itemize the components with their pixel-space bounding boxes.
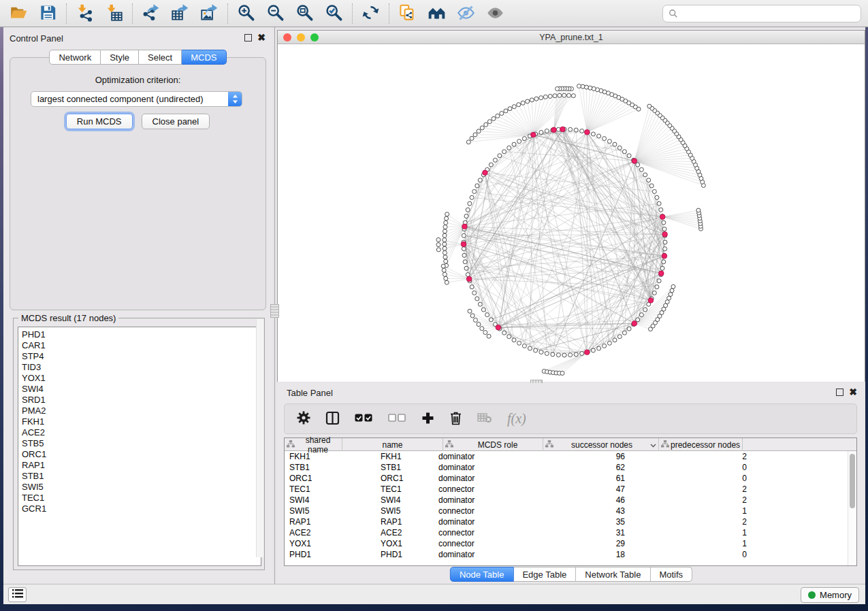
search-icon — [669, 9, 678, 18]
zoom-selected-icon — [325, 3, 343, 24]
zoom-fit-button[interactable] — [290, 2, 319, 25]
floppy-disk-icon — [39, 3, 57, 24]
run-mcds-button[interactable]: Run MCDS — [66, 114, 133, 129]
control-panel-tab[interactable]: MCDS — [182, 50, 226, 65]
folder-icon — [10, 3, 28, 24]
sort-chevron-icon[interactable] — [650, 440, 656, 450]
mcds-result-item[interactable]: TID3 — [22, 362, 261, 373]
table-row[interactable]: STB1 STB1 dominator 62 0 — [285, 462, 847, 473]
delete-column-button[interactable] — [449, 411, 462, 427]
copy-network-button[interactable] — [393, 2, 422, 25]
select-all-checkboxes-button[interactable] — [355, 413, 373, 425]
column-header[interactable]: shared name — [285, 438, 342, 451]
checked-checkboxes-icon — [355, 413, 373, 425]
table-row[interactable]: PHD1 PHD1 dominator 18 0 — [285, 549, 847, 560]
control-panel-tab[interactable]: Style — [101, 50, 139, 65]
table-type-tab[interactable]: Node Table — [450, 567, 514, 582]
column-header[interactable]: MCDS role — [443, 438, 543, 451]
zoom-in-button[interactable] — [231, 2, 261, 25]
memory-label: Memory — [820, 590, 852, 600]
table-scrollbar[interactable] — [848, 451, 856, 565]
table-body: FKH1 FKH1 dominator 96 2 STB1 STB1 domin… — [285, 451, 847, 560]
table-row[interactable]: YOX1 YOX1 connector 29 1 — [285, 538, 847, 549]
mcds-result-item[interactable]: SRD1 — [22, 395, 261, 406]
float-panel-icon[interactable] — [836, 389, 843, 396]
scrollbar-thumb[interactable] — [850, 454, 855, 508]
mcds-result-item[interactable]: TEC1 — [22, 493, 261, 503]
mcds-result-item[interactable]: GCR1 — [22, 503, 261, 514]
search-box — [662, 5, 861, 22]
refresh-button[interactable] — [356, 2, 385, 25]
mcds-list-scrollbar[interactable] — [256, 319, 263, 557]
mcds-result-item[interactable]: STB1 — [22, 471, 261, 482]
unchecked-checkboxes-icon — [388, 413, 406, 425]
export-table-button[interactable] — [165, 2, 195, 25]
table-row[interactable]: ACE2 ACE2 connector 31 1 — [285, 527, 847, 538]
column-header[interactable]: name — [342, 438, 443, 451]
show-all-button[interactable] — [481, 2, 510, 25]
toolbar-separator — [389, 3, 389, 24]
mcds-result-item[interactable]: PHD1 — [22, 329, 261, 340]
task-history-button[interactable] — [8, 587, 27, 602]
vertical-splitter-handle[interactable] — [270, 304, 279, 318]
mcds-result-item[interactable]: PMA2 — [22, 406, 261, 416]
network-canvas[interactable] — [278, 44, 865, 382]
open-file-button[interactable] — [4, 2, 33, 25]
mcds-result-item[interactable]: RAP1 — [22, 460, 261, 471]
table-type-tab[interactable]: Motifs — [650, 567, 692, 582]
table-row[interactable]: SWI5 SWI5 connector 43 1 — [285, 506, 847, 516]
show-column-button[interactable] — [325, 411, 340, 427]
mcds-result-item[interactable]: SWI4 — [22, 384, 261, 395]
search-input[interactable] — [682, 9, 855, 19]
control-panel-title: Control Panel — [10, 33, 63, 44]
table-toolbar: f(x) — [284, 403, 857, 434]
dropdown-stepper-icon — [228, 92, 242, 106]
table-row[interactable]: ORC1 ORC1 dominator 61 0 — [285, 473, 847, 484]
close-panel-button[interactable]: Close panel — [142, 114, 210, 129]
first-neighbors-button[interactable] — [422, 2, 451, 25]
import-network-button[interactable] — [70, 2, 99, 25]
hide-selected-button[interactable] — [451, 2, 481, 25]
table-panel: Table Panel ✖ — [277, 383, 865, 584]
save-session-button[interactable] — [33, 2, 63, 25]
attribute-icon — [287, 440, 295, 450]
mcds-result-item[interactable]: STP4 — [22, 351, 261, 362]
mcds-result-list: PHD1CAR1STP4TID3YOX1SWI4SRD1PMA2FKH1ACE2… — [18, 327, 261, 566]
mcds-result-item[interactable]: YOX1 — [22, 373, 261, 384]
close-panel-icon[interactable]: ✖ — [849, 389, 857, 396]
table-row[interactable]: SWI4 SWI4 dominator 46 2 — [285, 495, 847, 506]
deselect-all-checkboxes-button[interactable] — [388, 413, 406, 425]
table-row[interactable]: RAP1 RAP1 dominator 35 2 — [285, 516, 847, 527]
mcds-result-item[interactable]: ORC1 — [22, 449, 261, 460]
export-image-button[interactable] — [195, 2, 224, 25]
network-graph — [278, 44, 865, 382]
table-row[interactable]: FKH1 FKH1 dominator 96 2 — [285, 451, 847, 462]
control-panel-tab[interactable]: Network — [49, 50, 101, 65]
column-header[interactable]: predecessor nodes — [659, 438, 743, 451]
table-type-tab[interactable]: Edge Table — [513, 567, 576, 582]
criterion-dropdown[interactable]: largest connected component (undirected) — [31, 91, 242, 107]
toolbar-separator — [66, 3, 67, 24]
network-window-titlebar[interactable]: YPA_prune.txt_1 — [278, 31, 865, 44]
import-table-button[interactable] — [99, 2, 129, 25]
control-panel-tab[interactable]: Select — [139, 50, 182, 65]
export-network-button[interactable] — [136, 2, 165, 25]
table-header-row: shared name name MCDS role — [285, 438, 856, 451]
mcds-result-item[interactable]: SWI5 — [22, 482, 261, 493]
mcds-result-item[interactable]: FKH1 — [22, 416, 261, 427]
table-row[interactable]: TEC1 TEC1 connector 47 2 — [285, 484, 847, 495]
table-type-tab[interactable]: Network Table — [576, 567, 650, 582]
add-column-button[interactable] — [421, 412, 434, 427]
float-panel-icon[interactable] — [244, 34, 252, 42]
mcds-result-item[interactable]: STB5 — [22, 438, 261, 449]
zoom-out-button[interactable] — [261, 2, 290, 25]
close-panel-icon[interactable]: ✖ — [257, 34, 266, 42]
zoom-selected-button[interactable] — [319, 2, 349, 25]
mcds-result-item[interactable]: CAR1 — [22, 340, 261, 351]
table-settings-button[interactable] — [297, 411, 310, 427]
column-header[interactable]: successor nodes — [543, 438, 659, 451]
mcds-result-item[interactable]: ACE2 — [22, 427, 261, 438]
export-table-icon — [171, 3, 189, 24]
memory-button[interactable]: Memory — [801, 587, 859, 603]
optimization-criterion-label: Optimization criterion: — [3, 75, 272, 85]
